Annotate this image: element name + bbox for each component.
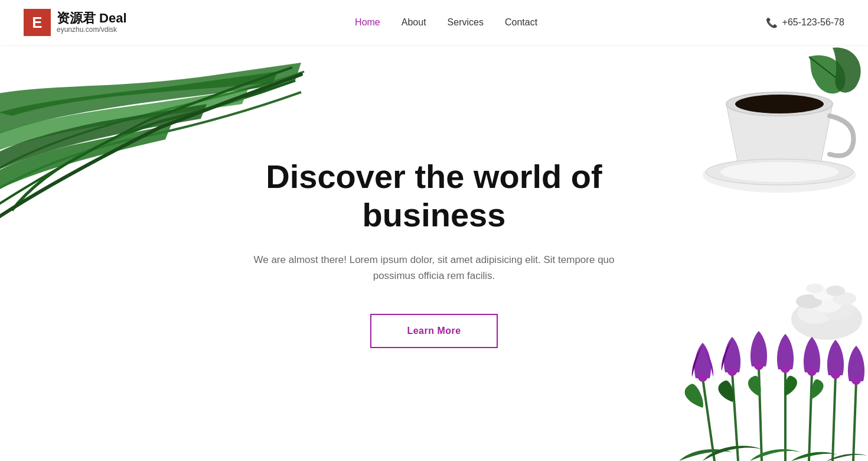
svg-point-14: [806, 284, 824, 293]
nav-home[interactable]: Home: [355, 17, 380, 28]
svg-point-5: [720, 162, 838, 182]
hero-title: Discover the world of business: [233, 158, 635, 234]
site-header: E 资源君 Deal eyunzhu.com/vdisk Home About …: [0, 0, 868, 45]
logo-icon: E: [24, 9, 51, 36]
nav-contact[interactable]: Contact: [505, 17, 537, 28]
tulips-decoration: [644, 331, 868, 461]
svg-line-21: [853, 381, 856, 461]
phone-area: 📞 +65-123-56-78: [766, 17, 844, 28]
logo-brand: 资源君 Deal: [57, 11, 127, 25]
hero-section: Discover the world of business We are al…: [0, 0, 868, 461]
phone-number: +65-123-56-78: [782, 17, 844, 28]
pebbles-decoration: [785, 225, 868, 343]
svg-line-15: [703, 378, 714, 461]
svg-point-13: [826, 285, 845, 296]
nav-about[interactable]: About: [402, 17, 426, 28]
phone-icon: 📞: [766, 17, 778, 28]
nav-services[interactable]: Services: [448, 17, 484, 28]
main-nav: Home About Services Contact: [355, 17, 537, 28]
logo-area: E 资源君 Deal eyunzhu.com/vdisk: [24, 9, 127, 36]
svg-point-2: [735, 95, 824, 113]
logo-sub: eyunzhu.com/vdisk: [57, 25, 127, 34]
svg-line-20: [833, 375, 836, 461]
hero-content: Discover the world of business We are al…: [233, 158, 635, 348]
coffee-cup-decoration: [691, 45, 868, 210]
svg-line-19: [809, 372, 812, 461]
hero-subtitle: We are almost there! Lorem ipsum dolor, …: [233, 252, 635, 284]
learn-more-button[interactable]: Learn More: [370, 314, 497, 348]
logo-text-block: 资源君 Deal eyunzhu.com/vdisk: [57, 11, 127, 34]
